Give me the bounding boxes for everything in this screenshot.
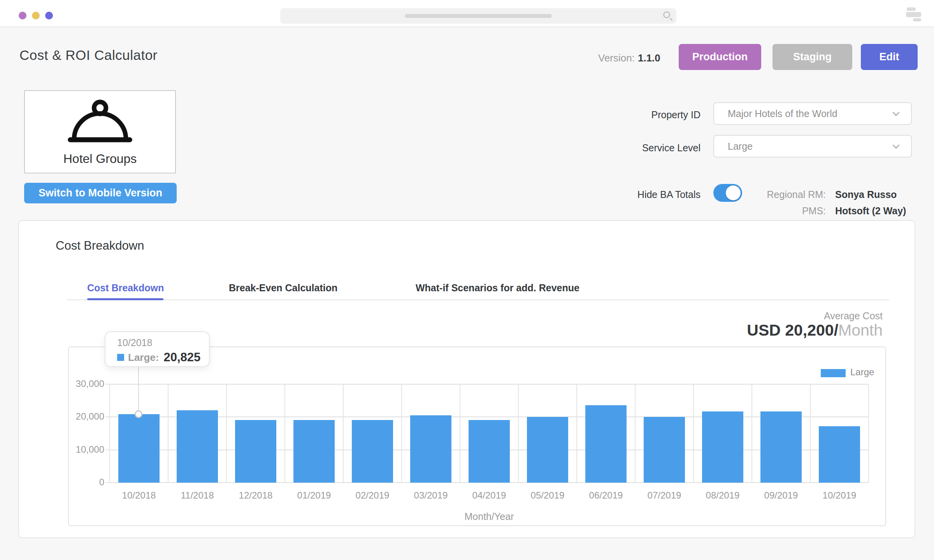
x-gridline	[109, 384, 110, 483]
tab-what-if-scenarios[interactable]: What-if Scenarios for add. Revenue	[416, 282, 579, 294]
chart-bar-07/2019[interactable]	[644, 417, 685, 483]
service-level-label: Service Level	[584, 142, 700, 154]
x-gridline	[693, 384, 694, 483]
edit-button[interactable]: Edit	[861, 44, 918, 70]
x-axis-tick-label: 09/2019	[752, 490, 810, 501]
tab-divider	[67, 299, 889, 300]
x-gridline	[810, 384, 811, 483]
tab-cost-breakdown[interactable]: Cost Breakdown	[87, 282, 164, 294]
chart-bar-04/2019[interactable]	[469, 420, 510, 483]
window-dot-purple-icon[interactable]	[19, 12, 26, 19]
window-dot-indigo-icon[interactable]	[45, 12, 53, 19]
chart-bar-12/2018[interactable]	[235, 420, 276, 483]
service-level-value: Large	[728, 141, 894, 152]
menu-bar-middle	[906, 12, 921, 17]
chart-tooltip: 10/2018 Large: 20,825	[105, 331, 210, 367]
x-axis-tick-label: 01/2019	[285, 490, 343, 501]
service-level-dropdown[interactable]: Large	[713, 135, 912, 158]
chart-bar-10/2018[interactable]	[118, 414, 160, 483]
x-axis-title: Month/Year	[110, 511, 869, 522]
x-axis-tick-label: 08/2019	[693, 490, 752, 501]
top-nav-bar	[0, 0, 934, 27]
tooltip-series-label: Large:	[128, 352, 159, 364]
y-axis-tick-label: 10,000	[67, 444, 104, 455]
chart-bar-02/2019[interactable]	[352, 420, 393, 483]
pms-value: Hotsoft (2 Way)	[835, 205, 906, 217]
window-dot-yellow-icon[interactable]	[32, 12, 40, 19]
staging-button[interactable]: Staging	[772, 44, 852, 70]
y-gridline	[106, 384, 869, 385]
y-axis-tick-label: 20,000	[67, 411, 104, 422]
average-cost-amount: USD 20,200/	[747, 321, 838, 339]
chart-bar-08/2019[interactable]	[702, 411, 743, 483]
chart-bar-06/2019[interactable]	[585, 405, 627, 483]
x-gridline	[751, 384, 752, 483]
cost-chart-card: Large 010,00020,00030,00010/201811/20181…	[68, 346, 886, 526]
chevron-down-icon	[892, 142, 899, 149]
active-tab-underline	[87, 298, 163, 300]
cloche-icon	[65, 99, 135, 149]
version-text: Version:1.1.0	[598, 52, 660, 64]
y-axis-tick-label: 30,000	[67, 378, 104, 389]
tooltip-stem	[138, 367, 139, 411]
tooltip-series-swatch	[117, 354, 124, 361]
cost-breakdown-section: Cost Breakdown Cost Breakdown Break-Even…	[18, 220, 915, 538]
chart-bar-01/2019[interactable]	[293, 420, 335, 483]
x-axis-tick-label: 02/2019	[343, 490, 402, 501]
x-gridline	[343, 384, 344, 483]
tooltip-value: 20,825	[163, 350, 200, 364]
hotel-groups-label: Hotel Groups	[63, 152, 137, 166]
regional-rm-label: Regional RM:	[747, 189, 826, 200]
version-value: 1.1.0	[638, 52, 660, 64]
search-icon[interactable]	[663, 11, 670, 18]
chart-bar-11/2018[interactable]	[177, 410, 218, 483]
regional-rm-value: Sonya Russo	[835, 189, 897, 200]
search-input[interactable]	[280, 8, 676, 24]
tab-break-even-calculation[interactable]: Break-Even Calculation	[229, 282, 337, 294]
property-id-value: Major Hotels of the World	[728, 108, 894, 119]
x-gridline	[518, 384, 519, 483]
hotel-groups-card[interactable]: Hotel Groups	[24, 90, 176, 173]
chart-bar-05/2019[interactable]	[527, 417, 568, 483]
chart-bar-09/2019[interactable]	[760, 411, 802, 483]
x-gridline	[284, 384, 285, 483]
hide-ba-totals-label: Hide BA Totals	[584, 189, 700, 200]
x-axis-tick-label: 11/2018	[168, 490, 226, 501]
x-gridline	[576, 384, 577, 483]
chart-bar-10/2019[interactable]	[819, 426, 860, 483]
menu-bar-bottom	[913, 18, 921, 21]
search-icon-handle	[669, 18, 672, 21]
tooltip-category: 10/2018	[117, 337, 209, 348]
x-gridline	[226, 384, 227, 483]
x-axis-tick-label: 04/2019	[460, 490, 518, 501]
production-button[interactable]: Production	[679, 44, 761, 70]
x-gridline	[401, 384, 402, 483]
average-cost-label: Average Cost	[824, 310, 883, 322]
x-axis-tick-label: 10/2019	[810, 490, 869, 501]
x-axis-tick-label: 10/2018	[110, 490, 168, 501]
x-axis-tick-label: 05/2019	[518, 490, 577, 501]
section-heading: Cost Breakdown	[56, 239, 144, 253]
toggle-knob	[726, 186, 741, 200]
property-id-dropdown[interactable]: Major Hotels of the World	[713, 102, 912, 125]
menu-icon[interactable]	[906, 7, 922, 21]
plot-area: 010,00020,00030,00010/201811/201812/2018…	[110, 384, 869, 483]
x-gridline	[460, 384, 460, 483]
chart-bar-03/2019[interactable]	[410, 415, 451, 483]
search-placeholder-line	[405, 14, 552, 18]
legend-swatch[interactable]	[821, 369, 846, 377]
x-axis-tick-label: 07/2019	[635, 490, 693, 501]
average-cost-value: USD 20,200/Month	[747, 321, 883, 340]
pms-label: PMS:	[747, 205, 826, 217]
switch-to-mobile-button[interactable]: Switch to Mobile Version	[24, 183, 177, 203]
x-axis-tick-label: 03/2019	[402, 490, 460, 501]
legend-label[interactable]: Large	[850, 367, 874, 378]
chevron-down-icon	[892, 109, 899, 116]
y-axis-tick-label: 0	[67, 477, 104, 488]
x-gridline	[868, 384, 869, 483]
version-label: Version:	[598, 52, 635, 64]
x-gridline	[635, 384, 636, 483]
x-axis-tick-label: 12/2018	[226, 490, 285, 501]
hide-ba-totals-toggle[interactable]	[713, 184, 742, 202]
y-gridline	[106, 416, 869, 417]
